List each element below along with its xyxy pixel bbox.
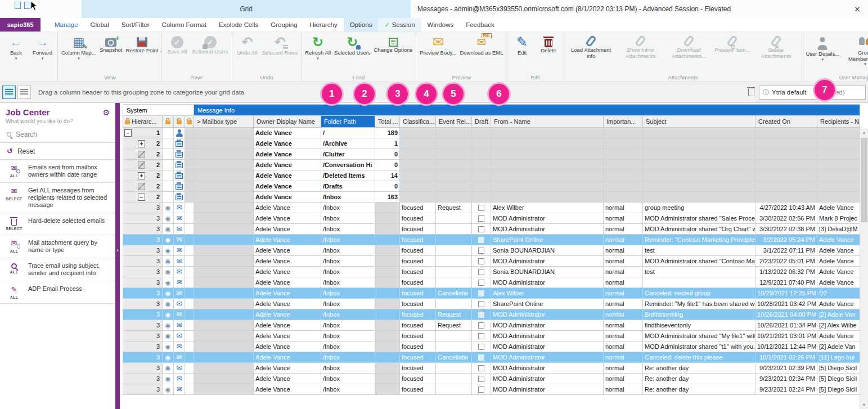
expander-empty-icon[interactable] <box>138 183 145 190</box>
column-header-event[interactable]: Event Rel... <box>436 116 472 128</box>
column-header-from[interactable]: From - Name <box>491 116 604 128</box>
save-all-button[interactable]: Save All <box>164 33 190 56</box>
user-details-button[interactable]: User Details...▾ <box>804 33 841 62</box>
draft-checkbox[interactable] <box>478 205 484 211</box>
draft-checkbox[interactable] <box>478 354 484 361</box>
vertical-scrollbar[interactable]: ▲ ▼ <box>860 128 868 409</box>
gear-icon[interactable]: ⚙ <box>102 108 110 117</box>
tab-feedback[interactable]: Feedback <box>460 18 501 32</box>
grid-row-message[interactable]: 3◉✉Adele Vance/InboxfocusedRequestAlex W… <box>123 203 860 213</box>
grid-row-message[interactable]: 3◉✉Adele Vance/InboxfocusedRequestMOD Ad… <box>123 320 860 331</box>
draft-checkbox[interactable] <box>478 226 484 232</box>
grid-row-folder[interactable]: +2Adele Vance/Archive1 <box>123 138 860 149</box>
tab-hierarchy[interactable]: Hierarchy <box>304 18 344 32</box>
collapse-sidebar-icon[interactable]: ‹ <box>115 247 120 253</box>
snapshot-button[interactable]: Snapshot <box>98 33 124 54</box>
draft-checkbox[interactable] <box>478 333 484 339</box>
grid-row-message[interactable]: 3◉✉Adele Vance/InboxfocusedSharePoint On… <box>123 235 860 245</box>
grid-row-message[interactable]: 3◉✉Adele Vance/InboxfocusedMOD Administr… <box>123 384 860 395</box>
draft-checkbox[interactable] <box>478 215 484 222</box>
draft-checkbox[interactable] <box>478 237 484 243</box>
change-options-button[interactable]: Change Options <box>372 33 415 54</box>
group-membership-button[interactable]: Group Membership...▾ <box>841 33 868 66</box>
selected-users-button[interactable]: Selected Users <box>190 33 230 56</box>
draft-checkbox[interactable] <box>478 386 484 393</box>
grid-row-message[interactable]: 3◉✉Adele Vance/InboxfocusedMOD Administr… <box>123 341 860 352</box>
load-attachment-info-button[interactable]: Load Attachment Info <box>566 33 617 60</box>
expander-minus-icon[interactable]: − <box>124 129 132 137</box>
job-item-emails-sent-from[interactable]: ALLEmails sent from mailbox owners withi… <box>0 160 115 183</box>
restore-point-button[interactable]: Restore Point <box>124 33 160 55</box>
job-item-trace-email-using[interactable]: ALLTrace email using subject, sender and… <box>0 258 115 281</box>
sapio365-app-button[interactable]: sapio365 <box>0 18 41 32</box>
tab-grouping[interactable]: Grouping <box>264 18 303 32</box>
show-inline-attachments-button[interactable]: Show Inline Attachments <box>617 33 665 60</box>
tab-column-format[interactable]: Column Format <box>156 18 213 32</box>
draft-checkbox[interactable] <box>478 376 484 382</box>
scroll-up-icon[interactable]: ▲ <box>860 128 868 137</box>
column-header-mailbox[interactable]: > Mailbox type <box>194 116 254 128</box>
view-selector[interactable]: ⓘ Ytria default (modified) <box>759 86 866 100</box>
job-item-mail-attachment-query[interactable]: ALLMail attachment query by name or type <box>0 235 115 258</box>
draft-checkbox[interactable] <box>478 258 484 264</box>
grouping-view-button[interactable] <box>2 86 16 99</box>
draft-checkbox[interactable] <box>478 301 484 307</box>
tab-session[interactable]: ✓Session <box>378 18 421 32</box>
copy-grid-icon[interactable] <box>15 2 21 9</box>
preview-body-button[interactable]: Preview Body... <box>418 33 458 57</box>
draft-checkbox[interactable] <box>478 365 484 371</box>
column-header-classification[interactable]: Classifica... <box>400 116 436 128</box>
draft-checkbox[interactable] <box>478 290 484 296</box>
expander-plus-icon[interactable]: + <box>138 140 145 147</box>
grid-row-message[interactable]: 3◉✉Adele Vance/InboxfocusedMOD Administr… <box>123 256 860 267</box>
selected-users-button[interactable]: Selected Users <box>332 33 372 57</box>
delete-button[interactable]: Delete <box>536 33 562 55</box>
column-header-icon2[interactable] <box>174 116 185 128</box>
grid-row-message[interactable]: 3◉✉Adele Vance/InboxfocusedCancellatioAl… <box>123 288 860 299</box>
expander-empty-icon[interactable] <box>138 151 145 158</box>
job-item-get-all-messages[interactable]: SELECTGet ALL messages from recipients r… <box>0 183 115 213</box>
grid-row-message[interactable]: 3◉✉Adele Vance/InboxfocusedSonia BOUNARD… <box>123 267 860 277</box>
draft-checkbox[interactable] <box>478 322 484 329</box>
column-header-subject[interactable]: Subject <box>643 116 755 128</box>
grid-row-mailbox[interactable]: −1Adele Vance/189 <box>123 128 860 138</box>
grid-row-message[interactable]: 3◉✉Adele Vance/InboxfocusedCancellatioMO… <box>123 352 860 363</box>
column-header-tree[interactable]: Hierarc... <box>123 116 163 128</box>
download-attachments-button[interactable]: Download Attachments... <box>665 33 713 60</box>
grid-row-folder[interactable]: +2Adele Vance/Deleted Items14 <box>123 170 860 181</box>
tab-explode-cells[interactable]: Explode Cells <box>213 18 264 32</box>
grid-window-tab[interactable]: Grid <box>82 0 411 18</box>
draft-checkbox[interactable] <box>478 312 484 318</box>
column-header-icon1[interactable] <box>163 116 174 128</box>
forward-button[interactable]: Forward▾ <box>29 33 56 61</box>
delete-attachments-button[interactable]: Delete Attachments <box>752 33 800 60</box>
column-header-draft[interactable]: Draft <box>472 116 491 128</box>
grid-row-folder[interactable]: −2Adele Vance/Inbox163 <box>123 192 860 203</box>
column-header-icon3[interactable] <box>185 116 194 128</box>
reset-button[interactable]: ↺ Reset <box>0 143 115 160</box>
tab-sort-filter[interactable]: Sort/Filter <box>115 18 156 32</box>
column-map-button[interactable]: Column Map...▾ <box>60 33 98 61</box>
grid-row-message[interactable]: 3◉✉Adele Vance/InboxfocusedMOD Administr… <box>123 224 860 235</box>
column-header-importance[interactable]: Importan... <box>604 116 643 128</box>
tab-windows[interactable]: Windows <box>421 18 460 32</box>
grid-row-message[interactable]: 3◉✉Adele Vance/InboxfocusedMOD Administr… <box>123 374 860 384</box>
column-header-created[interactable]: Created On <box>755 116 817 128</box>
grid-row-folder[interactable]: 2Adele Vance/Clutter0 <box>123 149 860 160</box>
notes-icon[interactable] <box>24 2 30 9</box>
refresh-all-button[interactable]: Refresh All▾ <box>303 33 332 61</box>
grid-row-message[interactable]: 3◉✉Adele Vance/InboxfocusedMOD Administr… <box>123 331 860 341</box>
edit-button[interactable]: Edit <box>509 33 536 57</box>
grid-row-folder[interactable]: 2Adele Vance/Conversation Hi0 <box>123 160 860 170</box>
draft-checkbox[interactable] <box>478 248 484 254</box>
grid-row-message[interactable]: 3◉✉Adele Vance/InboxfocusedMOD Administr… <box>123 277 860 288</box>
tab-global[interactable]: Global <box>84 18 115 32</box>
list-view-button[interactable] <box>17 86 31 99</box>
back-button[interactable]: Back▾ <box>3 33 29 61</box>
grid-row-message[interactable]: 3◉✉Adele Vance/InboxfocusedRequestMOD Ad… <box>123 309 860 320</box>
column-header-recipients[interactable]: Recipients - N... <box>817 116 860 128</box>
grid-row-folder[interactable]: 2Adele Vance/Drafts0 <box>123 181 860 192</box>
draft-checkbox[interactable] <box>478 344 484 350</box>
scroll-down-icon[interactable]: ▼ <box>860 401 868 409</box>
selected-rows-button[interactable]: Selected Rows <box>260 33 299 57</box>
